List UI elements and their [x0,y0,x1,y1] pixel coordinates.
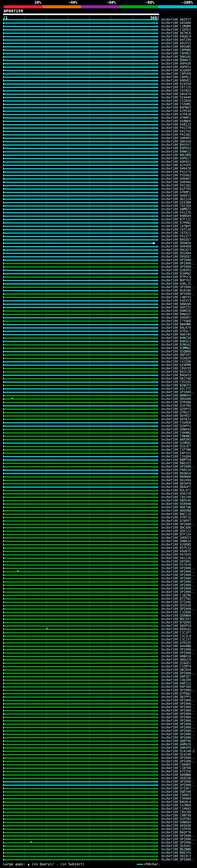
alignment-bar[interactable] [4,795,156,796]
hit-row[interactable]: UniRef100_Q16GE2 [0,661,197,665]
hit-row[interactable]: UniRef100_C5KRP2 [0,794,197,797]
alignment-bar[interactable] [4,266,156,268]
hit-accession-label[interactable]: UniRef100_A7KMF2 [161,191,191,194]
hit-accession-label[interactable]: UniRef100_UPI000.. [161,713,195,716]
hit-accession-label[interactable]: UniRef100_C4WTV3 [161,296,191,299]
hit-row[interactable]: UniRef100_Q8H1A4 [0,140,197,143]
hit-row[interactable]: UniRef100_B6KHN6 [0,323,197,326]
hit-accession-label[interactable]: UniRef100_C4JZU0 [161,360,191,363]
hit-row[interactable]: UniRef100_C7YQD8 [0,319,197,323]
hit-row[interactable]: UniRef100_O24449 [0,96,197,99]
hit-accession-label[interactable]: UniRef100_O42226 [161,557,191,560]
alignment-bar[interactable] [4,832,156,833]
alignment-bar[interactable] [4,459,156,461]
alignment-bar[interactable] [4,507,156,508]
hit-accession-label[interactable]: UniRef100_B6HH80 [161,475,191,478]
hit-row[interactable]: UniRef100_Q5QBK8 [0,350,197,353]
alignment-bar[interactable] [4,713,156,715]
alignment-bar[interactable] [4,727,156,728]
alignment-bar[interactable] [4,476,156,477]
hit-row[interactable]: UniRef100_B4LR74 [0,326,197,330]
hit-row[interactable]: UniRef100_C8VV33 [0,367,197,370]
alignment-bar[interactable] [4,710,156,711]
alignment-bar[interactable] [4,662,156,664]
hit-row[interactable]: UniRef100_A9TZ99 [0,38,197,41]
hit-accession-label[interactable]: UniRef100_A8XP54 [161,624,191,627]
hit-accession-label[interactable]: UniRef100_Q8H1A5 [161,55,191,59]
alignment-bar[interactable] [4,568,156,569]
hit-accession-label[interactable]: UniRef100_C0PHE3 [161,52,191,55]
hit-row[interactable]: UniRef100_C6H4N2 [0,431,197,434]
hit-accession-label[interactable]: UniRef100_UPI000.. [161,756,195,760]
hit-accession-label[interactable]: UniRef100_Q40470 [161,167,191,170]
alignment-bar[interactable] [4,690,156,691]
hit-row[interactable]: UniRef100_A7TZ56 [0,770,197,773]
hit-accession-label[interactable]: UniRef100_UPI000.. [161,834,195,838]
hit-row[interactable]: UniRef100_Q40466 [0,180,197,184]
alignment-bar[interactable] [4,429,156,430]
alignment-bar[interactable] [4,66,156,68]
hit-accession-label[interactable]: UniRef100_Q02748 [161,377,191,380]
hit-row[interactable]: UniRef100_Q1DTB3 [0,817,197,820]
hit-accession-label[interactable]: UniRef100_O24449 [161,96,191,99]
hit-accession-label[interactable]: UniRef100_A7TZ56 [161,770,191,773]
hit-row[interactable]: UniRef100_Q40470 [0,167,197,170]
alignment-bar[interactable] [4,632,156,633]
hit-accession-label[interactable]: UniRef100_UPI000.. [161,699,195,702]
hit-row[interactable]: UniRef100_Q5KN60 [0,614,197,617]
hit-accession-label[interactable]: UniRef100_A2Q689 [161,69,191,72]
hit-accession-label[interactable]: UniRef100_C4JMA9 [161,804,191,807]
alignment-bar[interactable] [4,104,156,105]
hit-accession-label[interactable]: UniRef100_C6TJ25 [161,86,191,89]
alignment-bar[interactable] [4,398,156,400]
alignment-bar[interactable] [4,84,156,85]
alignment-bar[interactable] [4,605,156,606]
hit-row[interactable]: UniRef100_C1DYE3 [0,28,197,31]
alignment-bar[interactable] [4,63,156,64]
alignment-bar[interactable] [4,541,156,542]
alignment-bar[interactable] [4,354,156,355]
hit-accession-label[interactable]: UniRef100_A9SGN5 [161,45,191,48]
alignment-bar[interactable] [4,304,156,305]
hit-row[interactable]: UniRef100_A9P851 [0,65,197,69]
alignment-bar[interactable] [4,121,156,122]
alignment-bar[interactable] [4,131,156,132]
hit-accession-label[interactable]: UniRef100_C1GQ94 [161,455,191,458]
hit-accession-label[interactable]: UniRef100_C6TI26 [161,228,191,231]
hit-accession-label[interactable]: UniRef100_Q0UU86 [161,398,191,401]
hit-row[interactable]: UniRef100_B9S5V7 [0,143,197,147]
alignment-bar[interactable] [4,666,156,667]
hit-accession-label[interactable]: UniRef100_UPI000.. [161,648,195,651]
hit-accession-label[interactable]: UniRef100_Q5DCD8 [161,777,191,780]
hit-row[interactable]: UniRef100_B6QW10 [0,472,197,475]
hit-row[interactable]: UniRef100_UPI000.. [0,702,197,706]
hit-row[interactable]: UniRef100_A3EXY3 [0,299,197,302]
hit-row[interactable]: UniRef100_B8MT58 [0,458,197,462]
hit-accession-label[interactable]: UniRef100_A7RIU5 [161,641,191,645]
alignment-bar[interactable] [4,320,156,322]
hit-accession-label[interactable]: UniRef100_Q7PQQ2 [161,692,191,695]
hit-accession-label[interactable]: UniRef100_Q8WSQ6 [161,303,191,306]
alignment-bar[interactable] [4,581,156,583]
hit-accession-label[interactable]: UniRef100_C1DYE3 [161,28,191,31]
alignment-bar[interactable] [4,314,156,315]
hit-accession-label[interactable]: UniRef100_B4MUZ6 [161,309,191,313]
alignment-bar[interactable] [4,784,156,786]
hit-row[interactable]: UniRef100_A2YGP5 [0,163,197,167]
hit-accession-label[interactable]: UniRef100_B4G6L4 [161,801,191,804]
hit-row[interactable]: UniRef100_Q6CDV4 [0,668,197,672]
hit-accession-label[interactable]: UniRef100_A8QBW0 [161,773,191,777]
hit-accession-label[interactable]: UniRef100_Q40468 [161,245,191,248]
alignment-bar[interactable] [4,195,156,196]
hit-row[interactable]: UniRef100_Q02748 [0,377,197,380]
hit-accession-label[interactable]: UniRef100_C5FHY6 [161,828,191,831]
alignment-bar[interactable] [4,703,156,705]
hit-row[interactable]: UniRef100_B1P765 [0,187,197,191]
hit-accession-label[interactable]: UniRef100_B4JC20 [161,370,191,373]
hit-accession-label[interactable]: UniRef100_B4FBK3 [161,106,191,109]
hit-row[interactable]: UniRef100_C1C2L4 [0,634,197,638]
hit-row[interactable]: UniRef100_A7P4J8 [0,113,197,116]
alignment-bar[interactable] [4,236,156,237]
hit-accession-label[interactable]: UniRef100_B8CC33 [161,513,191,516]
hit-accession-label[interactable]: UniRef100_A9PA53 [161,160,191,163]
